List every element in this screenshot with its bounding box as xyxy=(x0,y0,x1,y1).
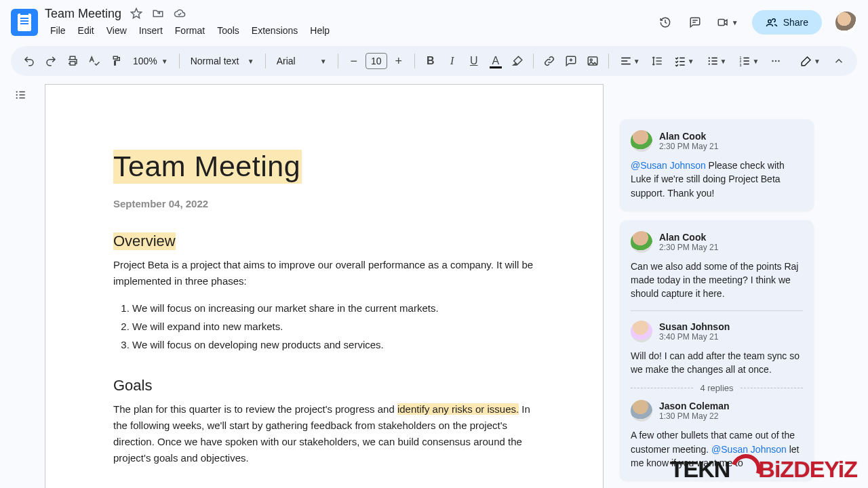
font-value: Arial xyxy=(277,56,296,66)
cloud-saved-icon[interactable] xyxy=(173,7,186,20)
bold-button[interactable]: B xyxy=(420,51,441,71)
checklist-select[interactable]: ▼ xyxy=(669,52,700,70)
separator xyxy=(414,54,415,68)
history-icon[interactable] xyxy=(657,14,673,30)
list-item: We will focus on developing new products… xyxy=(132,336,535,354)
underline-button[interactable]: U xyxy=(464,51,484,71)
text-color-button[interactable]: A xyxy=(486,51,506,71)
overview-paragraph: Project Beta is a project that aims to i… xyxy=(113,257,535,289)
insert-image-button[interactable] xyxy=(583,51,603,71)
share-button[interactable]: Share xyxy=(752,10,822,35)
goals-text-pre: The plan for this quarter is to review t… xyxy=(113,403,397,415)
share-label: Share xyxy=(783,17,808,28)
menu-help[interactable]: Help xyxy=(304,22,335,39)
menu-tools[interactable]: Tools xyxy=(212,22,245,39)
align-select[interactable]: ▼ xyxy=(614,52,646,70)
menu-view[interactable]: View xyxy=(101,22,132,39)
print-button[interactable] xyxy=(62,51,83,71)
separator xyxy=(631,310,803,311)
separator xyxy=(608,54,609,68)
goals-text-highlight: identify any risks or issues. xyxy=(397,403,519,415)
chevron-down-icon: ▼ xyxy=(732,19,738,26)
menu-format[interactable]: Format xyxy=(170,22,210,39)
replies-count[interactable]: 4 replies xyxy=(631,383,803,393)
comment-card[interactable]: Alan Cook 2:30 PM May 21 Can we also add… xyxy=(620,220,814,481)
list-item: We will focus on increasing our market s… xyxy=(132,299,535,317)
svg-point-14 xyxy=(16,97,18,98)
phases-list: We will focus on increasing our market s… xyxy=(132,299,535,354)
add-comment-button[interactable] xyxy=(561,51,581,71)
separator xyxy=(265,54,266,68)
separator xyxy=(338,54,338,68)
svg-point-9 xyxy=(772,60,774,62)
mention[interactable]: @Susan Johnson xyxy=(631,160,706,171)
svg-point-11 xyxy=(778,60,780,62)
chevron-down-icon: ▼ xyxy=(814,58,821,65)
doc-date: September 04, 2022 xyxy=(113,198,535,209)
chevron-down-icon: ▼ xyxy=(633,58,640,65)
comment-body: @Susan Johnson Please check with Luke if… xyxy=(631,159,803,200)
comments-column: Alan Cook 2:30 PM May 21 @Susan Johnson … xyxy=(620,84,814,481)
svg-point-5 xyxy=(708,63,709,64)
zoom-select[interactable]: 100%▼ xyxy=(127,53,174,69)
comment-time: 2:30 PM May 21 xyxy=(659,243,718,252)
redo-button[interactable] xyxy=(41,51,61,71)
chevron-down-icon: ▼ xyxy=(688,58,694,65)
svg-point-10 xyxy=(775,60,776,62)
insert-link-button[interactable] xyxy=(539,51,559,71)
svg-point-12 xyxy=(16,91,18,92)
menu-bar: File Edit View Insert Format Tools Exten… xyxy=(45,22,335,39)
goals-paragraph: The plan for this quarter is to review t… xyxy=(113,401,535,466)
bulleted-list-select[interactable]: ▼ xyxy=(701,52,732,70)
toolbar: 100%▼ Normal text▼ Arial▼ − 10 + B I U A… xyxy=(11,46,857,76)
star-icon[interactable] xyxy=(130,7,143,20)
document-page[interactable]: Team Meeting September 04, 2022 Overview… xyxy=(45,84,604,488)
more-tools-button[interactable] xyxy=(766,51,786,71)
avatar xyxy=(631,130,652,152)
menu-extensions[interactable]: Extensions xyxy=(246,22,303,39)
chevron-down-icon: ▼ xyxy=(320,58,327,65)
increase-font-button[interactable]: + xyxy=(389,51,409,71)
decrease-font-button[interactable]: − xyxy=(344,51,364,71)
italic-button[interactable]: I xyxy=(442,51,462,71)
avatar xyxy=(631,321,652,342)
comments-icon[interactable] xyxy=(687,14,703,30)
spellcheck-button[interactable] xyxy=(84,51,104,71)
line-spacing-button[interactable] xyxy=(647,51,667,71)
mention[interactable]: @Susan Johnson xyxy=(711,444,787,455)
account-avatar[interactable] xyxy=(835,12,857,33)
heading-overview: Overview xyxy=(113,232,176,250)
paint-format-button[interactable] xyxy=(106,51,126,71)
svg-point-13 xyxy=(16,94,18,96)
show-outline-button[interactable] xyxy=(11,85,30,104)
menu-edit[interactable]: Edit xyxy=(73,22,100,39)
numbered-list-select[interactable]: 123▼ xyxy=(733,52,764,70)
separator xyxy=(179,54,180,68)
comment-author: Susan Johnson xyxy=(659,321,730,332)
menu-insert[interactable]: Insert xyxy=(134,22,168,39)
font-select[interactable]: Arial▼ xyxy=(271,53,332,69)
doc-heading-title: Team Meeting xyxy=(113,150,302,184)
heading-goals: Goals xyxy=(113,377,152,394)
svg-point-2 xyxy=(590,59,592,61)
comment-author: Alan Cook xyxy=(659,131,718,142)
paragraph-style-select[interactable]: Normal text▼ xyxy=(185,53,260,69)
move-icon[interactable] xyxy=(151,7,165,20)
docs-app-icon[interactable] xyxy=(11,9,38,36)
undo-button[interactable] xyxy=(19,51,39,71)
list-item: We will expand into new markets. xyxy=(132,317,535,336)
comment-time: 1:30 PM May 22 xyxy=(659,411,729,421)
font-size-input[interactable]: 10 xyxy=(366,53,387,69)
svg-text:3: 3 xyxy=(740,63,742,67)
menu-file[interactable]: File xyxy=(45,22,71,39)
chevron-down-icon: ▼ xyxy=(752,58,759,65)
comment-author: Alan Cook xyxy=(659,232,718,243)
comment-time: 3:40 PM May 21 xyxy=(659,332,730,342)
watermark-text: BiZDEYiZ xyxy=(758,456,857,483)
document-title[interactable]: Team Meeting xyxy=(45,7,121,21)
comment-card[interactable]: Alan Cook 2:30 PM May 21 @Susan Johnson … xyxy=(620,119,814,211)
highlight-color-button[interactable] xyxy=(507,51,528,71)
meet-button[interactable]: ▼ xyxy=(717,16,738,28)
collapse-toolbar-button[interactable] xyxy=(829,51,849,71)
editing-mode-select[interactable]: ▼ xyxy=(795,52,826,70)
